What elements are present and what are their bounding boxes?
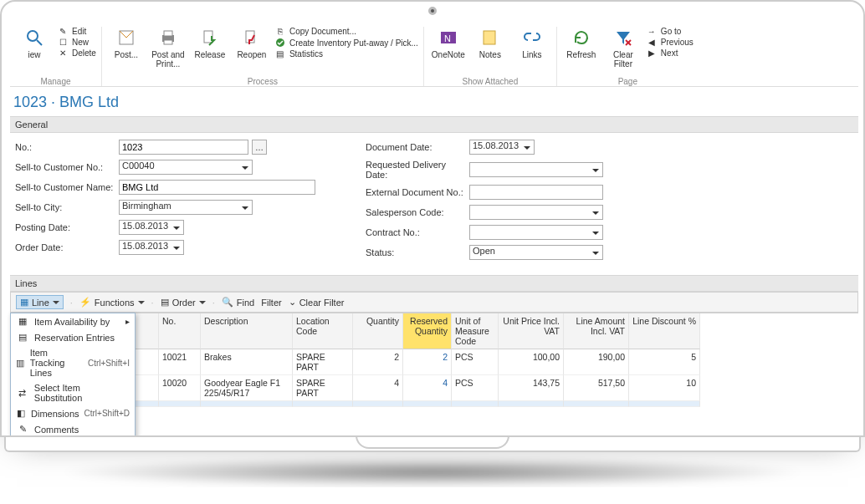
cell-loc[interactable] xyxy=(293,401,353,407)
section-header-lines[interactable]: Lines xyxy=(10,275,858,292)
ribbon-group-show-attached: NOneNote Notes Links Show Attached xyxy=(424,27,557,86)
delete-button[interactable]: ✕Delete xyxy=(57,48,96,58)
cell-qty[interactable] xyxy=(353,401,403,407)
field-cust-name[interactable] xyxy=(119,180,315,195)
goto-button[interactable]: →Go to xyxy=(646,27,694,36)
cell-uom[interactable] xyxy=(452,401,499,407)
functions-label: Functions xyxy=(95,298,135,308)
cell-loc[interactable]: SPARE PART xyxy=(293,349,353,375)
post-button[interactable]: Post... xyxy=(107,27,146,59)
field-city[interactable]: Birmingham xyxy=(119,200,253,215)
cell-qty[interactable]: 2 xyxy=(353,349,403,375)
new-button[interactable]: ☐New xyxy=(57,38,96,47)
refresh-button[interactable]: Refresh xyxy=(562,27,601,59)
cell-amt[interactable]: 190,00 xyxy=(564,349,629,375)
cell-res[interactable] xyxy=(403,401,452,407)
field-contract[interactable] xyxy=(469,225,603,240)
cell-no[interactable]: 10020 xyxy=(159,375,201,401)
cell-no[interactable] xyxy=(159,401,201,407)
field-posting[interactable]: 15.08.2013 xyxy=(119,220,184,235)
reopen-button[interactable]: Reopen xyxy=(233,27,271,59)
ribbon-group-title-page: Page xyxy=(618,77,637,86)
cell-amt[interactable] xyxy=(564,401,629,407)
field-cust-no[interactable]: C00040 xyxy=(119,160,253,175)
release-button[interactable]: Release xyxy=(191,27,229,59)
post-label: Post... xyxy=(115,50,138,59)
links-button[interactable]: Links xyxy=(513,27,551,59)
caret-icon xyxy=(138,301,145,308)
cell-uom[interactable]: PCS xyxy=(452,375,499,401)
next-button[interactable]: ▶Next xyxy=(646,48,694,58)
cell-disc[interactable] xyxy=(629,401,700,407)
create-inv-button[interactable]: Create Inventory Put-away / Pick... xyxy=(274,38,418,48)
onenote-button[interactable]: NOneNote xyxy=(429,27,468,59)
col-qty[interactable]: Quantity xyxy=(353,313,403,349)
cell-res[interactable]: 2 xyxy=(403,349,452,375)
col-res-qty[interactable]: Reserved Quantity xyxy=(403,313,452,349)
statistics-button[interactable]: ▤Statistics xyxy=(274,49,418,59)
lbl-cust-name: Sell-to Customer Name: xyxy=(15,182,115,192)
edit-button[interactable]: ✎Edit xyxy=(57,27,96,36)
lbl-status: Status: xyxy=(366,247,466,257)
menu-reservation-entries[interactable]: ▤Reservation Entries xyxy=(11,329,135,345)
cell-no[interactable]: 10021 xyxy=(159,349,201,375)
field-req-del[interactable] xyxy=(469,162,603,177)
menu-label: Item Availability by xyxy=(34,317,110,327)
col-uom[interactable]: Unit of Measure Code xyxy=(452,313,499,349)
menu-tracking[interactable]: ▥Item Tracking LinesCtrl+Shift+I xyxy=(11,345,135,380)
menu-substitution[interactable]: ⇄Select Item Substitution xyxy=(11,380,135,405)
cell-uom[interactable]: PCS xyxy=(452,349,499,375)
filter-button[interactable]: Filter xyxy=(261,298,281,308)
release-label: Release xyxy=(195,50,226,59)
field-no[interactable] xyxy=(119,140,248,155)
cell-desc[interactable]: Goodyear Eagle F1 225/45/R17 xyxy=(201,375,293,401)
order-dropdown[interactable]: ▤Order xyxy=(161,297,206,308)
view-button[interactable]: iew xyxy=(15,27,54,59)
cell-desc[interactable] xyxy=(201,401,293,407)
menu-item-availability[interactable]: ▦Item Availability by▸ xyxy=(11,313,135,329)
cell-price[interactable] xyxy=(499,401,564,407)
field-order-date[interactable]: 15.08.2013 xyxy=(119,240,184,255)
clear-lines-filter-button[interactable]: ⌄Clear Filter xyxy=(289,297,345,308)
field-doc-date[interactable]: 15.08.2013 xyxy=(469,140,535,155)
edit-label: Edit xyxy=(72,27,86,36)
lookup-no-button[interactable]: … xyxy=(252,140,267,155)
section-header-general[interactable]: General xyxy=(10,116,858,133)
notes-label: Notes xyxy=(479,50,501,59)
cell-res[interactable]: 4 xyxy=(403,375,452,401)
line-dropdown[interactable]: ▦Line xyxy=(16,295,64,309)
col-no[interactable]: No. xyxy=(159,313,201,349)
printer-icon xyxy=(159,27,177,48)
device-camera xyxy=(428,7,437,15)
device-shadow xyxy=(56,457,809,487)
col-price[interactable]: Unit Price Incl. VAT xyxy=(499,313,564,349)
lightning-icon: ⚡ xyxy=(79,297,91,308)
clear-filter-button[interactable]: Clear Filter xyxy=(604,27,642,69)
field-ext-doc[interactable] xyxy=(469,185,603,200)
cell-disc[interactable]: 10 xyxy=(629,375,700,401)
cell-price[interactable]: 100,00 xyxy=(499,349,564,375)
col-loc[interactable]: Location Code xyxy=(293,313,353,349)
release-icon xyxy=(201,27,219,48)
previous-button[interactable]: ◀Previous xyxy=(646,38,694,47)
cell-amt[interactable]: 517,50 xyxy=(564,375,629,401)
field-sales[interactable] xyxy=(469,205,603,220)
post-print-button[interactable]: Post and Print... xyxy=(149,27,187,69)
separator: · xyxy=(151,298,154,308)
find-button[interactable]: 🔍Find xyxy=(222,297,254,308)
field-status[interactable]: Open xyxy=(469,245,603,260)
menu-comments[interactable]: ✎Comments xyxy=(11,421,135,435)
col-disc[interactable]: Line Discount % xyxy=(629,313,700,349)
functions-dropdown[interactable]: ⚡Functions xyxy=(79,297,145,308)
cell-qty[interactable]: 4 xyxy=(353,375,403,401)
menu-dimensions[interactable]: ◧DimensionsCtrl+Shift+D xyxy=(11,405,135,421)
goto-icon: → xyxy=(646,27,658,36)
col-desc[interactable]: Description xyxy=(201,313,293,349)
col-amt[interactable]: Line Amount Incl. VAT xyxy=(564,313,629,349)
cell-loc[interactable]: SPARE PART xyxy=(293,375,353,401)
copy-doc-button[interactable]: ⎘Copy Document... xyxy=(274,27,418,36)
cell-desc[interactable]: Brakes xyxy=(201,349,293,375)
notes-button[interactable]: Notes xyxy=(471,27,509,59)
cell-disc[interactable]: 5 xyxy=(629,349,700,375)
cell-price[interactable]: 143,75 xyxy=(499,375,564,401)
